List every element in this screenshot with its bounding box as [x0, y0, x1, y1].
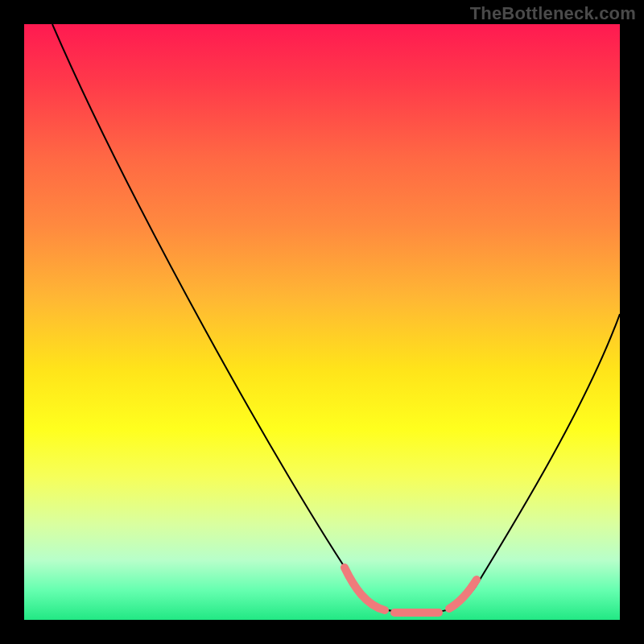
watermark-text: TheBottleneck.com — [470, 3, 636, 24]
highlight-left-segment — [345, 568, 385, 610]
chart-frame: TheBottleneck.com — [0, 0, 644, 644]
plot-area — [24, 24, 620, 620]
bottleneck-curve — [52, 24, 620, 612]
curve-layer — [24, 24, 620, 620]
highlight-right-segment — [449, 580, 477, 609]
